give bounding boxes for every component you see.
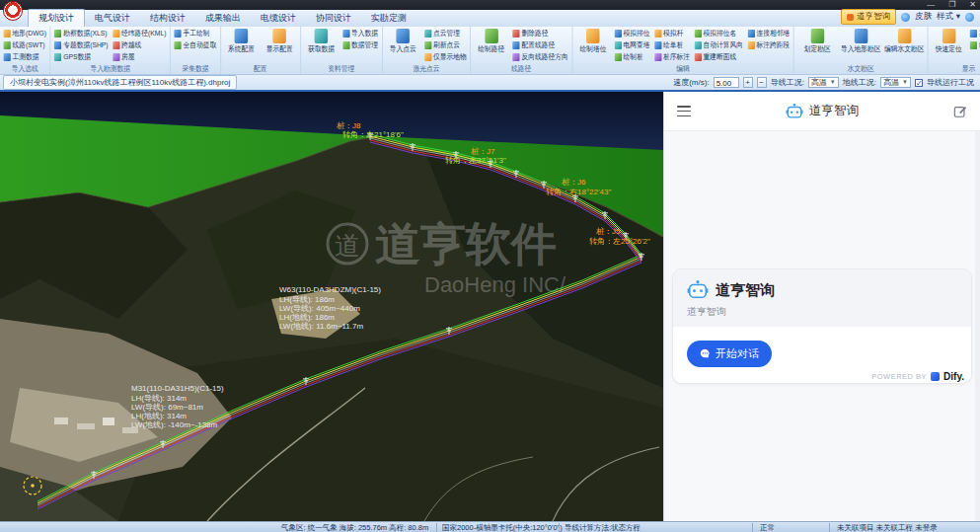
pile-label-j6: 桩：J6 [562,178,586,187]
span-label-button[interactable]: 标注跨距段 [747,39,792,51]
extract-icon [175,41,182,49]
svg-text:LH(导线): 186m: LH(导线): 186m [279,295,335,304]
ground-condition-select[interactable]: 高温▼ [880,77,911,88]
pointcloud-manage-button[interactable]: 点云管理 [423,28,468,39]
angle-label-j7: 转角：左37°51'3" [445,156,506,165]
app-logo-icon[interactable] [3,1,23,21]
chat-scrollbar[interactable] [975,131,980,521]
wind-calc-button[interactable]: 自动计算风向 [694,39,744,51]
refresh-pointcloud-button[interactable]: 刷新点云 [423,39,468,51]
draw-tower-button[interactable]: 绘制塔位 [575,28,611,53]
quick-locate-button[interactable]: 快速定位 [931,28,966,53]
define-region-button[interactable]: 划定勘区 [796,28,837,53]
ribbon: 地形(DWG) 线路(SWT) 工测数据 导入选线 勘察数据(XLS) 专题数据… [0,27,980,75]
cloud-manage-icon [424,30,431,38]
info-icon[interactable] [901,13,910,22]
pile-label-j7: 桩：J7 [471,147,495,156]
route-swt-button[interactable]: 线路(SWT) [3,39,47,51]
draw-path-button[interactable]: 绘制路径 [474,28,509,53]
stake-label-button[interactable]: 桩序标注 [653,51,691,63]
grid-search-icon [615,41,622,49]
group-import-route: 地形(DWG) 线路(SWT) 工测数据 导入选线 [0,27,51,74]
speed-input[interactable]: 5.00 [714,77,739,88]
gps-data-button[interactable]: GPS数据 [53,51,109,63]
group-edit: 绘制塔位 模拟排位 电网查塔 绘制桩 模拟杆 绘单桩 桩序标注 模拟排位名 自动… [572,27,794,74]
tab-collaboration[interactable]: 协同设计 [306,10,361,27]
map-3d-viewport[interactable]: 道 道亨软件 DaoHeng INC/ [0,92,663,521]
delete-path-button[interactable]: 删除路径 [512,28,569,39]
speed-minus-button[interactable]: − [757,77,767,88]
status-state: 正常 [760,523,775,532]
tab-electrical-design[interactable]: 电气设计 [85,10,140,27]
house-button[interactable]: 房屋 [112,51,167,63]
svg-text:W63(110-DA3HDZM)(C1-15): W63(110-DA3HDZM)(C1-15) [279,285,381,294]
auto-extract-button[interactable]: 全自动提取 [174,39,218,51]
speed-label: 速度(m/s): [673,77,709,88]
data-manage-button[interactable]: 数据管理 [341,39,379,51]
fetch-data-button[interactable]: 获取数据 [304,28,339,53]
single-stake-button[interactable]: 绘单桩 [653,39,691,51]
ai-assistant-button[interactable]: 道亨智询 [841,9,896,25]
grid-search-button[interactable]: 电网查塔 [614,39,651,51]
draw-icon [175,30,182,38]
crossing-line-button[interactable]: 跨越线 [112,39,167,51]
svg-text:DaoHeng INC/: DaoHeng INC/ [424,272,566,297]
kml-path-button[interactable]: 经纬路径(KML) [112,28,167,39]
svg-text:道亨软件: 道亨软件 [375,218,557,269]
survey-data-button[interactable]: 工测数据 [3,51,47,63]
conductor-condition-checkbox[interactable]: ✓ [915,79,923,87]
show-objects-button[interactable]: 仅显示地物 [423,51,468,63]
menu-icon[interactable] [677,106,691,116]
system-config-button[interactable]: 系统配置 [224,28,260,53]
group-pointcloud: 导入点云 点云管理 刷新点云 仅显示地物 激光点云 [383,27,472,74]
gps-icon [54,53,61,61]
config-path-button[interactable]: 配置线路径 [512,39,569,51]
xls-data-button[interactable]: 勘察数据(XLS) [53,28,109,39]
skin-button[interactable]: 皮肤 [915,11,932,23]
import-data-button[interactable]: 导入数据 [341,28,379,39]
import-pointcloud-button[interactable]: 导入点云 [385,28,420,53]
powered-by: POWERED BY Dify. [871,371,964,382]
shp-data-button[interactable]: 专题数据(SHP) [53,39,109,51]
tab-structural-design[interactable]: 结构设计 [140,10,195,27]
edit-region-button[interactable]: 编辑水文勘区 [884,28,925,53]
sim-pole-button[interactable]: 模拟杆 [653,28,691,39]
edit-region-icon [898,29,912,43]
tab-output[interactable]: 成果输出 [195,10,251,27]
terrain-dwg-button[interactable]: 地形(DWG) [3,28,47,39]
house-icon [113,53,119,61]
new-chat-icon[interactable] [953,105,967,118]
ai-chat-panel: 道亨智询 [663,92,980,521]
link-tower-button[interactable]: 连接相邻塔 [747,28,792,39]
sim-name-button[interactable]: 模拟排位名 [694,28,744,39]
config-path-icon [512,41,519,49]
display-config-button[interactable]: 显示配置 [262,28,297,53]
rebuild-section-button[interactable]: 重建断面线 [694,51,744,63]
import-region-icon [855,29,868,43]
reverse-path-button[interactable]: 反向线路径方向 [512,51,569,63]
line-label-button[interactable]: 线路标注 [969,39,980,51]
other-dropdown[interactable]: 其他 ▾ [969,28,980,39]
angle-label-j6: 转角：右18°22'43" [546,188,611,196]
gear-icon [235,29,249,43]
tab-cable-design[interactable]: 电缆设计 [251,10,306,27]
group-data-manage: 获取数据 导入数据 数据管理 资料管理 [301,27,383,74]
import-region-button[interactable]: 导入地形勘区 [841,28,881,53]
span-label-icon [748,41,755,49]
tab-planning-design[interactable]: 规划设计 [28,9,85,27]
speed-plus-button[interactable]: + [743,77,753,88]
tab-survey[interactable]: 实勘定测 [361,10,416,27]
conductor-condition-select[interactable]: 高温▼ [808,77,839,88]
sim-place-button[interactable]: 模拟排位 [614,28,651,39]
globe-icon[interactable] [965,13,974,22]
start-chat-button[interactable]: 开始对话 [687,341,772,367]
style-dropdown[interactable]: 样式 ▾ [937,11,960,23]
stake-icon [615,53,622,61]
project-tab[interactable]: 小坝村变电实例(漳州110kv线路工程例区110kv线路工程).dhproj [3,75,237,90]
status-calc-method: 导线计算方法:状态方程 [565,523,641,532]
manual-draw-button[interactable]: 手工绘制 [174,28,218,39]
path-curve-icon [485,29,498,43]
draw-stake-button[interactable]: 绘制桩 [614,51,651,63]
pile-label-j8: 桩：J8 [337,121,361,130]
conductor-condition-label: 导线工况: [771,77,804,88]
